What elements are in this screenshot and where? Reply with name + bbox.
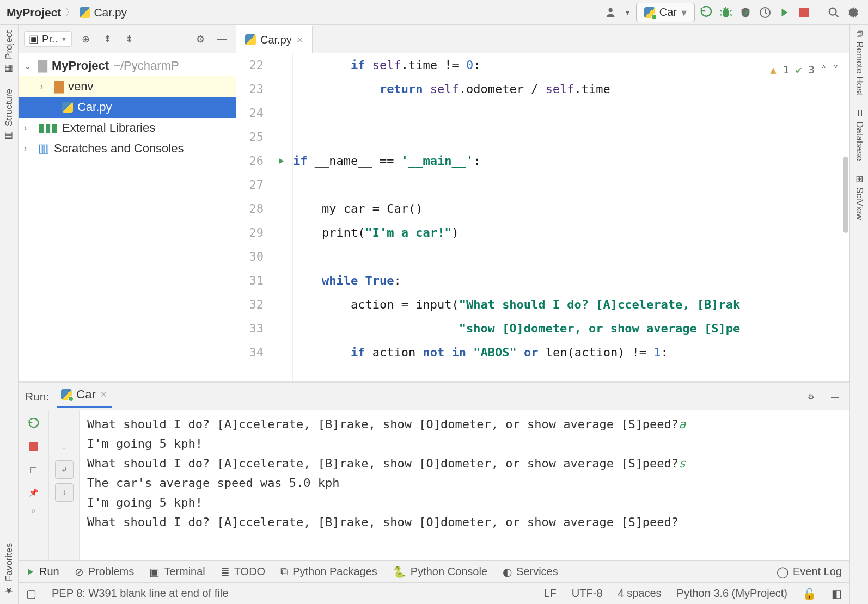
- file-encoding[interactable]: UTF-8: [572, 587, 603, 600]
- run-tool-button[interactable]: Run: [26, 565, 59, 578]
- event-log-label: Event Log: [793, 565, 842, 578]
- line-gutter[interactable]: 22232425262728293031323334: [236, 53, 269, 381]
- tree-scratches[interactable]: › ▥ Scratches and Consoles: [19, 138, 236, 159]
- lock-icon[interactable]: 🔓: [803, 587, 816, 600]
- terminal-tool-button[interactable]: ▣ Terminal: [149, 565, 205, 578]
- python-interpreter[interactable]: Python 3.6 (MyProject): [677, 587, 787, 600]
- run-tool-label: Run: [39, 565, 59, 578]
- problems-label: Problems: [88, 565, 134, 578]
- toolwindow-toggle-icon[interactable]: ▢: [26, 587, 36, 600]
- scrollbar-thumb[interactable]: [843, 157, 848, 233]
- close-icon[interactable]: ✕: [296, 35, 303, 45]
- sciview-label: SciView: [854, 187, 865, 220]
- favorites-rail-label: Favorites: [4, 543, 15, 581]
- packages-label: Python Packages: [292, 565, 377, 578]
- prev-highlight-icon[interactable]: ˄: [821, 58, 827, 82]
- problems-tool-button[interactable]: ⊘ Problems: [75, 565, 134, 578]
- debug-button[interactable]: [718, 4, 734, 21]
- dropdown-caret-icon[interactable]: ▾: [623, 4, 633, 21]
- up-icon[interactable]: ↑: [55, 415, 74, 433]
- down-icon[interactable]: ↓: [55, 437, 74, 456]
- run-tab-car[interactable]: Car ✕: [57, 385, 111, 408]
- left-tool-rail: ▦ Project ▤ Structure ★ Favorites: [0, 25, 19, 604]
- structure-tool-button[interactable]: ▤ Structure: [4, 89, 15, 141]
- remote-host-tool-button[interactable]: ⧉ Remote Host: [854, 30, 865, 95]
- run-button[interactable]: [698, 4, 714, 21]
- tree-external-libraries[interactable]: › ▮▮▮ External Libraries: [19, 118, 236, 138]
- run-config-label: Car: [659, 6, 677, 19]
- run-more-button[interactable]: [777, 4, 793, 21]
- chevron-down-icon: ▼: [61, 35, 68, 43]
- sciview-icon: ⊞: [854, 175, 865, 183]
- run-tab-label: Car: [76, 387, 95, 402]
- search-icon[interactable]: [826, 4, 842, 21]
- tree-root-label: MyProject: [52, 59, 109, 73]
- expand-all-icon[interactable]: ⇞: [99, 31, 115, 47]
- right-tool-rail: ⧉ Remote Host ≣ Database ⊞ SciView: [849, 25, 868, 604]
- editor-tab-label: Car.py: [260, 34, 292, 46]
- services-tool-button[interactable]: ◐ Services: [503, 565, 558, 578]
- sciview-tool-button[interactable]: ⊞ SciView: [854, 175, 865, 220]
- todo-tool-button[interactable]: ≣ TODO: [221, 565, 265, 578]
- database-tool-button[interactable]: ≣ Database: [854, 109, 865, 161]
- packages-tool-button[interactable]: ⧉ Python Packages: [280, 565, 377, 578]
- chevron-right-icon: 〉: [64, 4, 76, 21]
- profile-button[interactable]: [757, 4, 773, 21]
- python-console-label: Python Console: [411, 565, 487, 578]
- collapse-all-icon[interactable]: ⇟: [121, 31, 137, 47]
- inspections-widget[interactable]: ▲ 1 ✔ 3 ˄ ˅: [770, 58, 839, 82]
- tree-file-car[interactable]: Car.py: [19, 97, 236, 118]
- gear-icon[interactable]: ⚙: [192, 31, 209, 47]
- chevron-right-icon[interactable]: ›: [24, 123, 34, 133]
- settings-icon[interactable]: [845, 4, 861, 21]
- layout-icon[interactable]: ▤: [25, 460, 43, 479]
- user-icon[interactable]: [603, 4, 620, 21]
- pin-icon[interactable]: 📌: [25, 483, 43, 502]
- project-view-selector[interactable]: ▣ Pr.. ▼: [24, 31, 72, 47]
- rerun-button[interactable]: [25, 415, 43, 433]
- run-configuration-selector[interactable]: Car ▾: [636, 3, 695, 22]
- run-gutter[interactable]: [269, 53, 293, 381]
- editor-tabs: Car.py ✕: [236, 25, 849, 53]
- next-highlight-icon[interactable]: ˅: [833, 58, 839, 82]
- warning-count: 1: [783, 58, 789, 82]
- svg-rect-6: [29, 442, 38, 451]
- event-log-tool-button[interactable]: ◯ Event Log: [777, 565, 842, 578]
- close-icon[interactable]: ✕: [100, 390, 107, 399]
- tree-venv[interactable]: › ▇ venv: [19, 76, 236, 97]
- tree-scratches-label: Scratches and Consoles: [54, 141, 184, 156]
- breadcrumb[interactable]: MyProject 〉 Car.py: [7, 4, 127, 21]
- chevron-right-icon[interactable]: ›: [24, 144, 34, 153]
- gear-icon[interactable]: ⚙: [803, 389, 819, 405]
- tree-root[interactable]: ⌄ ▇ MyProject ~/PycharmP: [19, 56, 236, 76]
- tree-root-path: ~/PycharmP: [113, 59, 179, 73]
- stop-button[interactable]: [796, 4, 812, 21]
- status-message[interactable]: PEP 8: W391 blank line at end of file: [52, 587, 228, 600]
- hide-icon[interactable]: —: [214, 31, 230, 47]
- folder-icon: ▇: [54, 79, 64, 94]
- project-tool-button[interactable]: ▦ Project: [4, 30, 15, 75]
- favorites-tool-button[interactable]: ★ Favorites: [4, 543, 15, 596]
- code-editor[interactable]: 22232425262728293031323334 if self.time …: [236, 53, 849, 381]
- python-icon: [61, 389, 72, 400]
- breadcrumb-project[interactable]: MyProject: [7, 6, 61, 19]
- indent-setting[interactable]: 4 spaces: [618, 587, 662, 600]
- breadcrumb-file[interactable]: Car.py: [94, 6, 127, 19]
- line-separator[interactable]: LF: [544, 587, 557, 600]
- coverage-button[interactable]: [737, 4, 754, 21]
- select-opened-icon[interactable]: ⊕: [77, 31, 94, 47]
- hide-icon[interactable]: —: [827, 389, 843, 405]
- editor-area: Car.py ✕ 22232425262728293031323334 if s…: [236, 25, 849, 381]
- python-console-tool-button[interactable]: 🐍 Python Console: [393, 565, 487, 578]
- ide-status-icon[interactable]: ◧: [832, 587, 842, 600]
- chevron-right-icon[interactable]: ›: [40, 82, 50, 91]
- stop-button[interactable]: [25, 437, 43, 456]
- scroll-end-icon[interactable]: ⤓: [55, 483, 74, 502]
- code-content[interactable]: if self.time != 0: return self.odometer …: [293, 53, 849, 381]
- chevron-down-icon[interactable]: ⌄: [24, 61, 34, 71]
- editor-tab-car[interactable]: Car.py ✕: [236, 25, 313, 53]
- soft-wrap-icon[interactable]: ⤶: [55, 460, 74, 479]
- project-tree[interactable]: ⌄ ▇ MyProject ~/PycharmP › ▇ venv Car.py: [19, 53, 236, 161]
- run-tool-window: Run: Car ✕ ⚙ — ▤ 📌 » ↑: [19, 381, 849, 560]
- console-output[interactable]: What should I do? [A]ccelerate, [B]rake,…: [80, 410, 849, 560]
